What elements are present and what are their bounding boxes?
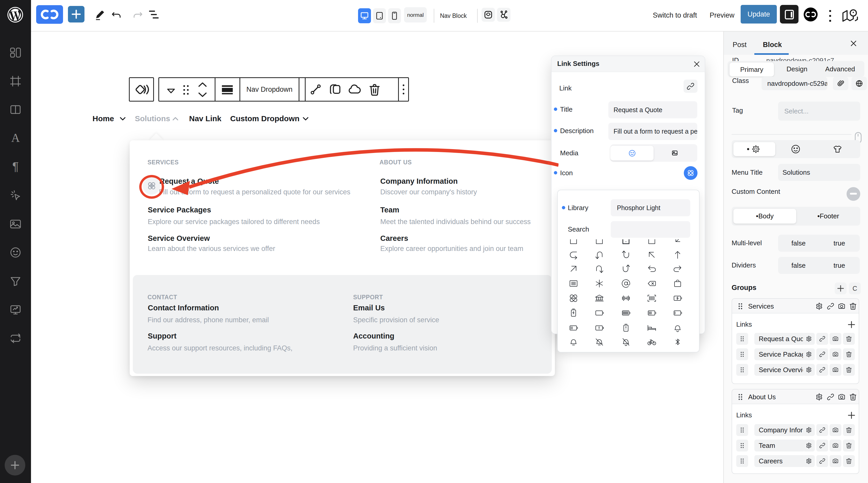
svg-text:¶: ¶ [12, 160, 19, 173]
svg-text:A: A [11, 131, 20, 145]
